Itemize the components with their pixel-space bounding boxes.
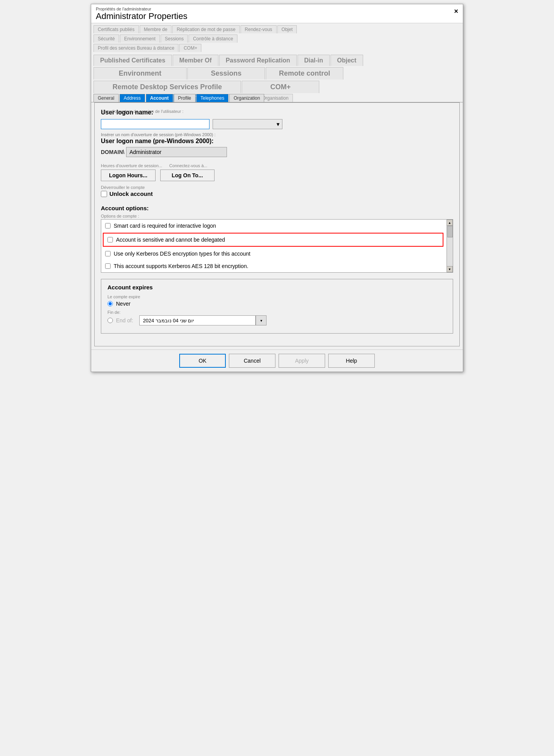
unlock-account-checkbox[interactable] xyxy=(101,191,107,197)
option-sensitive-checkbox[interactable] xyxy=(107,237,113,242)
option-kerberos-aes-text: This account supports Kerberos AES 128 b… xyxy=(114,263,248,269)
pre2000-domain: DOMAIN\ xyxy=(101,149,126,155)
fr-hint-fin: Fin de: xyxy=(107,310,447,315)
account-expires-section: Account expires Le compte expire Never F… xyxy=(101,279,453,334)
title-bar: Propriétés de l'administrateur Administr… xyxy=(91,4,463,23)
never-label: Never xyxy=(116,301,130,307)
fr-hint-unlock: Déverrouiller le compte xyxy=(101,185,453,190)
main-tab-row: General Address Account Profile Telephon… xyxy=(91,93,463,102)
cancel-button[interactable]: Cancel xyxy=(229,354,275,368)
logon-hours-button[interactable]: Logon Hours... xyxy=(101,170,156,181)
tab-general[interactable]: General xyxy=(93,94,119,102)
unlock-account-label[interactable]: Unlock account xyxy=(101,190,153,197)
option-smartcard-checkbox[interactable] xyxy=(105,223,111,228)
account-options-list: Smart card is required for interactive l… xyxy=(101,219,453,273)
account-options-label: Account options: xyxy=(101,205,453,211)
content-area: User logon name: Nom d'ouverture de sess… xyxy=(94,102,460,346)
never-radio-row: Never xyxy=(107,301,447,307)
unlock-account-row: Unlock account xyxy=(101,190,453,197)
account-expires-label: Account expires xyxy=(107,284,447,291)
fr-hint-expires: Le compte expire xyxy=(107,294,447,299)
bottom-buttons: OK Cancel Apply Help xyxy=(91,349,463,372)
end-of-radio-row: End of: יום שני 04 נובמבר 2024 ▾ xyxy=(107,315,447,325)
option-smartcard-text: Smart card is required for interactive l… xyxy=(114,223,216,229)
scrollbar-up-button[interactable]: ▲ xyxy=(447,220,453,226)
scrollbar-thumb xyxy=(447,226,453,237)
option-kerberos-aes: This account supports Kerberos AES 128 b… xyxy=(101,260,445,272)
pre2000-value: Administrator xyxy=(126,147,227,157)
date-input[interactable]: יום שני 04 נובמבר 2024 xyxy=(139,315,256,325)
tabs-container: Certificats publiés Membre de Réplicatio… xyxy=(91,23,463,102)
pre2000-label: User logon name (pre-Windows 2000): xyxy=(101,138,453,145)
tab-organization[interactable]: Organization xyxy=(229,94,264,102)
ok-button[interactable]: OK xyxy=(179,354,226,368)
date-picker-row: יום שני 04 נובמבר 2024 ▾ xyxy=(139,315,267,325)
options-scrollbar[interactable]: ▲ ▼ xyxy=(447,220,453,272)
chevron-down-icon: ▼ xyxy=(275,121,280,127)
help-button[interactable]: Help xyxy=(328,354,375,368)
never-radio[interactable] xyxy=(107,301,113,306)
logon-domain-dropdown[interactable]: ▼ xyxy=(213,119,282,129)
dialog-title: Administrator Properties xyxy=(96,11,458,21)
calendar-icon: ▾ xyxy=(260,318,262,323)
unlock-account-text: Unlock account xyxy=(109,190,153,197)
log-on-to-button[interactable]: Log On To... xyxy=(160,170,215,181)
date-dropdown-button[interactable]: ▾ xyxy=(256,315,267,325)
tab-telephones[interactable]: Telephones xyxy=(196,94,229,102)
option-sensitive-text: Account is sensitive and cannot be deleg… xyxy=(116,237,225,243)
dialog-subtitle: Propriétés de l'administrateur xyxy=(96,7,458,11)
tab-profile[interactable]: Profile xyxy=(174,94,196,102)
fr-hint-heures: Heures d'ouverture de session... Connect… xyxy=(101,163,453,168)
scrollbar-down-button[interactable]: ▼ xyxy=(447,266,453,272)
fr-label-logon: Nom d'ouverture de session de l'utilisat… xyxy=(101,109,184,114)
option-sensitive: Account is sensitive and cannot be deleg… xyxy=(103,233,443,247)
main-tabs-wrapper: General Address Account Profile Telephon… xyxy=(91,23,463,102)
tab-account[interactable]: Account xyxy=(146,94,173,102)
fr-hint-pre2000: Insérer un nom d'ouverture de session (p… xyxy=(101,132,453,137)
option-kerberos-des-checkbox[interactable] xyxy=(105,251,111,256)
option-kerberos-des: Use only Kerberos DES encryption types f… xyxy=(101,247,445,260)
tab-address[interactable]: Address xyxy=(119,94,145,102)
administrator-properties-dialog: Propriétés de l'administrateur Administr… xyxy=(91,4,463,372)
apply-button[interactable]: Apply xyxy=(279,354,325,368)
end-of-label: End of: xyxy=(116,317,133,324)
date-value: יום שני 04 נובמבר 2024 xyxy=(143,318,194,324)
logon-name-input[interactable] xyxy=(101,119,209,129)
option-smartcard: Smart card is required for interactive l… xyxy=(101,220,445,232)
close-button[interactable]: × xyxy=(454,7,458,16)
logon-buttons-row: Logon Hours... Log On To... xyxy=(101,170,453,181)
end-of-radio[interactable] xyxy=(107,318,113,323)
fr-hint-options: Options de compte : xyxy=(101,214,453,218)
option-kerberos-des-text: Use only Kerberos DES encryption types f… xyxy=(114,251,251,257)
option-kerberos-aes-checkbox[interactable] xyxy=(105,263,111,269)
